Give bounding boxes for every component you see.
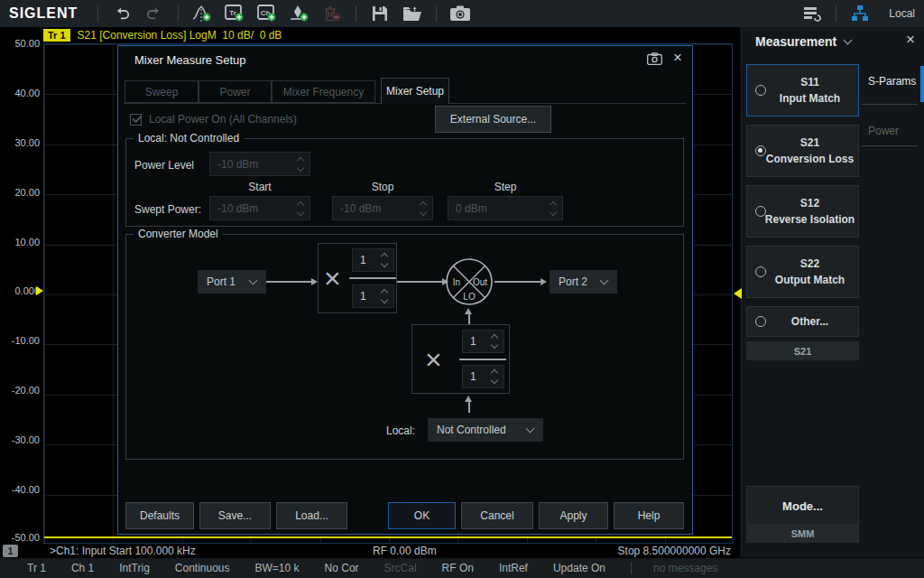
tab-sweep[interactable]: Sweep (125, 80, 199, 103)
radio-icon[interactable] (755, 206, 766, 217)
signal-line (468, 313, 470, 324)
arrowhead (311, 278, 318, 285)
side-tab-s-params[interactable]: S-Params (862, 75, 921, 88)
toolbar-separator (356, 5, 356, 22)
new-channel-icon[interactable]: Ch (255, 3, 279, 24)
external-source-button[interactable]: External Source... (435, 106, 551, 133)
apply-button[interactable]: Apply (539, 502, 608, 529)
radio-icon[interactable] (755, 85, 766, 96)
measurement-item-s21[interactable]: S21 Conversion Loss (746, 125, 859, 177)
swept-power-start-spinner[interactable]: -10 dBm (209, 196, 310, 220)
status-update[interactable]: Update On (553, 562, 605, 574)
button-label: Apply (559, 509, 587, 522)
spinner-arrows[interactable] (377, 254, 393, 266)
status-channel[interactable]: Ch 1 (71, 562, 94, 574)
status-trigger[interactable]: IntTrig (119, 562, 150, 574)
trace-badge[interactable]: Tr 1 (43, 29, 70, 42)
save-button[interactable]: Save... (199, 502, 271, 529)
spinner-arrows[interactable] (293, 202, 310, 215)
topbar-right-cluster: Local (796, 3, 924, 24)
swept-power-step-spinner[interactable]: 0 dBm (448, 196, 563, 220)
signal-line (266, 281, 313, 283)
trace-curve (44, 536, 732, 538)
panel-close-icon[interactable]: × (906, 31, 915, 49)
converter-model-group: Converter Model Port 1 × 1 1 (125, 234, 684, 460)
screenshot-icon[interactable] (448, 3, 472, 24)
port1-dropdown[interactable]: Port 1 (198, 270, 266, 294)
redo-icon[interactable] (143, 3, 166, 24)
spinner-arrows[interactable] (487, 370, 504, 383)
cancel-button[interactable]: Cancel (461, 502, 533, 529)
power-level-spinner[interactable]: -10 dBm (209, 152, 310, 176)
y-axis-label: 40.00 (0, 88, 40, 98)
y-axis-label: 30.00 (0, 137, 40, 148)
chevron-down-icon (600, 276, 609, 285)
status-rf[interactable]: RF On (442, 562, 474, 574)
new-trace-window-icon[interactable]: Tr (223, 3, 246, 24)
panel-title[interactable]: Measurement (755, 34, 836, 49)
defaults-button[interactable]: Defaults (125, 502, 194, 529)
measurement-item-s11[interactable]: S11 Input Match (746, 64, 859, 117)
lo-denominator-spinner[interactable]: 1 (462, 365, 504, 388)
tab-power[interactable]: Power (199, 80, 272, 103)
status-correction[interactable]: No Cor (325, 562, 359, 574)
status-trace[interactable]: Tr 1 (27, 562, 46, 574)
status-srccal[interactable]: SrcCal (384, 562, 417, 574)
network-icon[interactable] (848, 3, 872, 24)
rf-denominator-spinner[interactable]: 1 (352, 284, 394, 308)
y-axis-label: -20.00 (0, 385, 40, 396)
s-param-name: Reverse Isolation (762, 211, 858, 228)
undo-icon[interactable] (110, 3, 134, 24)
status-bandwidth[interactable]: BW=10 k (255, 562, 300, 574)
power-level-label: Power Level (134, 159, 194, 172)
signal-line (397, 281, 444, 283)
other-sparam-button[interactable]: S21 (746, 341, 859, 360)
local-source-dropdown[interactable]: Not Controlled (428, 418, 543, 442)
tab-mixer-frequency[interactable]: Mixer Frequency (272, 80, 375, 103)
fraction-bar (349, 277, 396, 279)
channel-badge[interactable]: 1 (3, 545, 18, 557)
measurement-item-s12[interactable]: S12 Reverse Isolation (746, 185, 859, 238)
spinner-arrows[interactable] (377, 290, 393, 303)
save-icon[interactable] (368, 3, 392, 24)
dialog-screenshot-icon[interactable] (647, 52, 662, 68)
load-button[interactable]: Load... (276, 502, 347, 529)
y-axis-label: -50.00 (0, 532, 40, 543)
measurement-item-other[interactable]: Other... (746, 306, 859, 337)
trace-settings-text[interactable]: S21 [Conversion Loss] LogM 10 dB/ 0 dB (78, 29, 282, 42)
mode-value-button[interactable]: SMM (746, 524, 859, 543)
recall-icon[interactable] (401, 3, 424, 24)
swept-power-stop-spinner[interactable]: -10 dBm (332, 196, 433, 220)
help-button[interactable]: Help (614, 502, 684, 529)
rf-power-text: RF 0.00 dBm (373, 545, 437, 557)
spinner-arrows[interactable] (416, 202, 432, 215)
lo-numerator-spinner[interactable]: 1 (462, 330, 504, 353)
status-sweep-mode[interactable]: Continuous (175, 562, 230, 574)
radio-icon[interactable] (755, 316, 766, 327)
rf-numerator-spinner[interactable]: 1 (352, 248, 394, 272)
mixer-out-label: Out (473, 277, 487, 287)
status-reference[interactable]: IntRef (499, 562, 528, 574)
radio-selected-icon[interactable] (755, 145, 766, 156)
spinner-arrows[interactable] (487, 335, 504, 348)
add-trace-icon[interactable] (190, 3, 214, 24)
radio-icon[interactable] (755, 266, 766, 277)
rf-multiplier-block: × 1 1 (318, 243, 397, 313)
measurement-item-s22[interactable]: S22 Output Match (746, 246, 859, 298)
local-power-on-checkbox[interactable] (130, 114, 142, 126)
side-tab-power[interactable]: Power (862, 125, 921, 137)
spinner-arrows[interactable] (293, 158, 310, 171)
local-power-on-label: Local Power On (All Channels) (149, 113, 297, 126)
tab-mixer-setup[interactable]: Mixer Setup (381, 78, 449, 104)
port2-dropdown[interactable]: Port 2 (550, 270, 617, 294)
local-mode-label[interactable]: Local (889, 7, 915, 20)
dropdown-value: Port 1 (198, 275, 250, 288)
display-config-icon[interactable] (800, 3, 824, 24)
add-marker-icon[interactable] (288, 3, 311, 24)
y-axis-label: -10.00 (0, 335, 40, 346)
spinner-value: 0 dBm (448, 202, 546, 215)
ok-button[interactable]: OK (388, 502, 456, 529)
dialog-close-icon[interactable]: × (673, 49, 682, 67)
delete-trace-icon[interactable] (320, 3, 344, 24)
spinner-arrows[interactable] (546, 202, 562, 215)
